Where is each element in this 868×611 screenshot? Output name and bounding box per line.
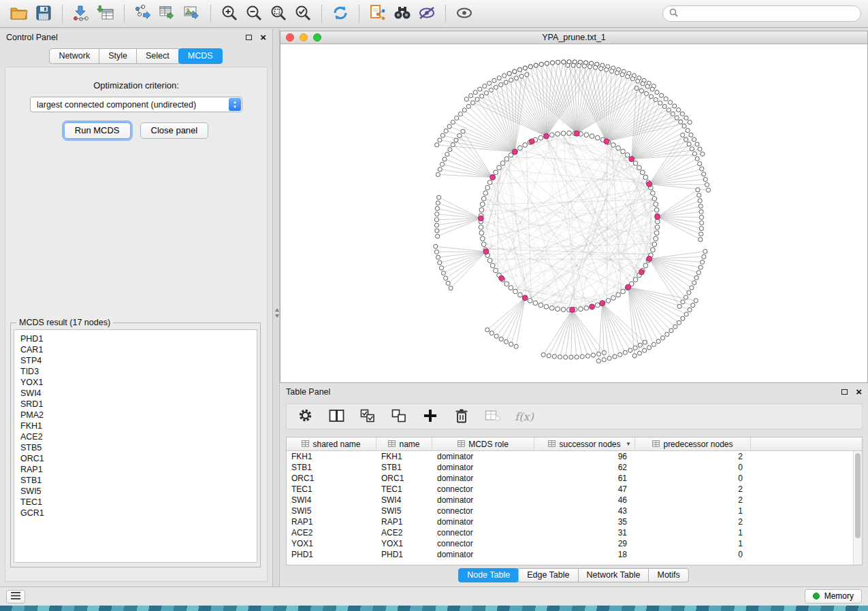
mcds-result-item[interactable]: PHD1 — [20, 333, 251, 344]
tab-node-table[interactable]: Node Table — [458, 568, 519, 582]
table-row[interactable]: FKH1FKH1dominator962 — [287, 451, 853, 462]
import-network-button[interactable] — [69, 2, 93, 25]
zoom-fit-button[interactable] — [266, 2, 291, 25]
cell-role[interactable]: connector — [432, 538, 534, 549]
cell-shared_name[interactable]: FKH1 — [287, 451, 376, 462]
cell-pred[interactable]: 1 — [635, 527, 751, 538]
table-row[interactable]: RAP1RAP1dominator352 — [287, 516, 853, 527]
cell-pred[interactable]: 1 — [635, 506, 751, 516]
memory-button[interactable]: Memory — [805, 589, 862, 604]
cell-name[interactable]: ACE2 — [376, 527, 432, 538]
cell-role[interactable]: dominator — [432, 495, 534, 506]
mcds-result-item[interactable]: TEC1 — [20, 497, 251, 508]
table-row[interactable]: SWI5SWI5connector431 — [287, 506, 853, 516]
cell-succ[interactable]: 62 — [534, 462, 635, 473]
float-panel-icon[interactable] — [246, 35, 252, 40]
table-row[interactable]: SWI4SWI4dominator462 — [287, 495, 853, 506]
cell-pred[interactable]: 2 — [635, 451, 751, 462]
mcds-result-item[interactable]: RAP1 — [20, 464, 251, 475]
cell-name[interactable]: SWI5 — [376, 506, 432, 516]
cell-shared_name[interactable]: RAP1 — [287, 516, 376, 527]
scrollbar-thumb[interactable] — [855, 453, 861, 538]
cell-pred[interactable]: 0 — [635, 462, 751, 473]
table-row[interactable]: ORC1ORC1dominator610 — [287, 473, 853, 484]
mcds-result-item[interactable]: TID3 — [20, 366, 251, 377]
export-table-button[interactable] — [155, 2, 180, 25]
cell-succ[interactable]: 31 — [534, 527, 635, 538]
mcds-result-item[interactable]: ACE2 — [20, 431, 251, 442]
tab-mcds[interactable]: MCDS — [178, 48, 223, 64]
tab-select[interactable]: Select — [136, 48, 179, 64]
export-image-button[interactable] — [180, 2, 204, 25]
cell-role[interactable]: dominator — [432, 462, 534, 473]
zoom-in-button[interactable] — [217, 2, 242, 25]
cell-role[interactable]: connector — [432, 506, 534, 516]
cell-succ[interactable]: 61 — [534, 473, 635, 484]
cell-pred[interactable]: 1 — [635, 538, 751, 549]
close-panel-icon[interactable]: × — [260, 33, 266, 42]
mcds-result-item[interactable]: YOX1 — [20, 377, 251, 388]
cell-pred[interactable]: 0 — [635, 549, 751, 560]
cell-succ[interactable]: 47 — [534, 484, 635, 495]
cell-name[interactable]: RAP1 — [376, 516, 432, 527]
cell-role[interactable]: dominator — [432, 549, 534, 560]
cell-succ[interactable]: 46 — [534, 495, 635, 506]
cell-shared_name[interactable]: ORC1 — [287, 473, 376, 484]
cell-role[interactable]: dominator — [432, 516, 534, 527]
cell-name[interactable]: PHD1 — [376, 549, 432, 560]
cell-shared_name[interactable]: STB1 — [287, 462, 376, 473]
cell-shared_name[interactable]: SWI5 — [287, 506, 376, 516]
cell-role[interactable]: connector — [432, 484, 534, 495]
cell-shared_name[interactable]: SWI4 — [287, 495, 376, 506]
cell-succ[interactable]: 43 — [534, 506, 635, 516]
column-header-successor-nodes[interactable]: successor nodes▼ — [534, 437, 635, 450]
tab-network-table[interactable]: Network Table — [578, 568, 649, 582]
cell-pred[interactable]: 2 — [635, 495, 751, 506]
mcds-result-item[interactable]: GCR1 — [20, 508, 251, 518]
close-table-panel-icon[interactable]: × — [856, 388, 862, 396]
cell-role[interactable]: dominator — [432, 451, 534, 462]
column-header-predecessor-nodes[interactable]: predecessor nodes — [635, 437, 751, 450]
cell-succ[interactable]: 96 — [534, 451, 635, 462]
run-mcds-button[interactable]: Run MCDS — [64, 122, 131, 139]
mcds-result-item[interactable]: STB1 — [20, 475, 251, 486]
mcds-result-item[interactable]: SWI4 — [20, 388, 251, 399]
first-neighbors-button[interactable] — [390, 2, 415, 25]
add-column-button[interactable] — [421, 407, 439, 426]
mcds-result-item[interactable]: ORC1 — [20, 453, 251, 464]
table-row[interactable]: ACE2ACE2connector311 — [287, 527, 853, 538]
table-row[interactable]: STB1STB1dominator620 — [287, 462, 853, 473]
mcds-result-item[interactable]: FKH1 — [20, 420, 251, 431]
network-canvas[interactable] — [280, 44, 867, 382]
cell-pred[interactable]: 0 — [635, 473, 751, 484]
select-all-rows-button[interactable] — [359, 407, 376, 426]
cell-role[interactable]: dominator — [432, 473, 534, 484]
mcds-result-item[interactable]: SRD1 — [20, 399, 251, 410]
cell-name[interactable]: ORC1 — [376, 473, 432, 484]
divider-handle-icon[interactable] — [274, 304, 279, 322]
cell-shared_name[interactable]: ACE2 — [287, 527, 376, 538]
zoom-out-button[interactable] — [242, 2, 266, 25]
criterion-dropdown[interactable]: largest connected component (undirected)… — [30, 97, 242, 112]
cell-shared_name[interactable]: YOX1 — [287, 538, 376, 549]
function-builder-button[interactable]: f(x) — [515, 407, 533, 426]
cell-shared_name[interactable]: PHD1 — [287, 549, 376, 560]
save-session-button[interactable] — [31, 2, 56, 25]
column-settings-button[interactable] — [296, 407, 314, 426]
table-scrollbar[interactable] — [853, 451, 862, 565]
show-all-button[interactable] — [452, 2, 477, 25]
apply-layout-button[interactable] — [328, 2, 353, 25]
cell-pred[interactable]: 2 — [635, 516, 751, 527]
sort-arrow-icon[interactable]: ▼ — [626, 441, 631, 447]
cell-name[interactable]: FKH1 — [376, 451, 432, 462]
mcds-result-item[interactable]: PMA2 — [20, 410, 251, 420]
export-network-button[interactable] — [131, 2, 155, 25]
import-table-button[interactable] — [93, 2, 118, 25]
hide-selected-button[interactable] — [415, 2, 439, 25]
column-header-MCDS-role[interactable]: MCDS role — [432, 437, 534, 450]
cell-name[interactable]: TEC1 — [376, 484, 432, 495]
delete-column-button[interactable] — [453, 407, 470, 426]
status-menu-button[interactable] — [6, 590, 25, 604]
cell-name[interactable]: STB1 — [376, 462, 432, 473]
table-row[interactable]: PHD1PHD1dominator180 — [287, 549, 853, 560]
